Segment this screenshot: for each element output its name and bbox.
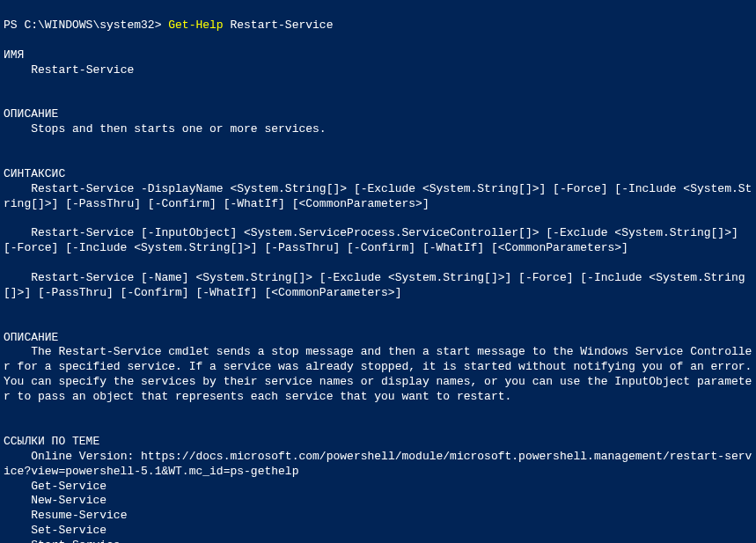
link-item: Online Version: https://docs.microsoft.c… [4,450,752,478]
section-links-header: ССЫЛКИ ПО ТЕМЕ [4,435,99,448]
prompt-line: PS C:\WINDOWS\system32> Get-Help Restart… [4,18,333,32]
desc1-content: Stops and then starts one or more servic… [31,122,326,136]
link-item: Start-Service [31,539,120,543]
syntax-line3: Restart-Service [-Name] <System.String[]… [4,271,745,299]
syntax-line1: Restart-Service -DisplayName <System.Str… [4,182,752,210]
command-argument: Restart-Service [224,18,334,32]
command-name: Get-Help [168,18,223,32]
syntax-line2: Restart-Service [-InputObject] <System.S… [4,226,745,254]
section-desc2-header: ОПИСАНИЕ [4,331,58,344]
link-item: Resume-Service [31,509,127,522]
section-name-header: ИМЯ [4,48,24,62]
section-syntax-header: СИНТАКСИС [4,167,65,180]
powershell-terminal[interactable]: PS C:\WINDOWS\system32> Get-Help Restart… [4,4,752,543]
link-item: Get-Service [31,480,106,493]
desc2-content: The Restart-Service cmdlet sends a stop … [4,345,756,403]
prompt-prefix: PS C:\WINDOWS\system32> [4,18,168,32]
link-item: Set-Service [31,524,106,537]
name-content: Restart-Service [31,63,134,77]
section-desc1-header: ОПИСАНИЕ [4,107,58,121]
link-item: New-Service [31,494,106,507]
